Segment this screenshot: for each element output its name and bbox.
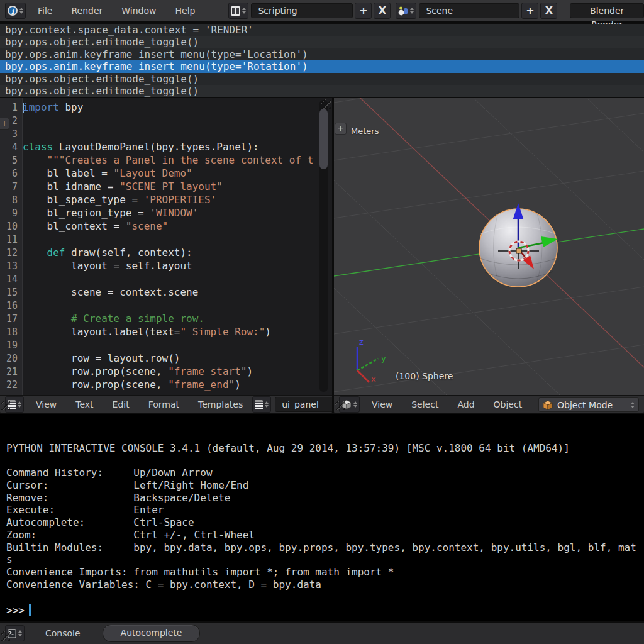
code-line[interactable]: 12 def draw(self, context): xyxy=(0,246,332,259)
arrow-down-icon xyxy=(631,406,635,408)
menu-file[interactable]: File xyxy=(28,6,62,16)
mode-dropdown-label: Object Mode xyxy=(557,400,629,410)
python-console[interactable]: PYTHON INTERACTIVE CONSOLE 3.4.1 (defaul… xyxy=(0,414,644,621)
menu-select[interactable]: Select xyxy=(402,399,448,409)
scene-name-field[interactable]: Scene xyxy=(419,3,519,18)
menu-edit[interactable]: Edit xyxy=(103,399,139,409)
code-token: bl_context = xyxy=(23,220,126,232)
line-number: 13 xyxy=(0,260,23,273)
add-scene-button[interactable]: + xyxy=(521,3,538,19)
log-line[interactable]: bpy.ops.anim.keyframe_insert_menu(type='… xyxy=(0,60,644,72)
delete-scene-button[interactable]: X xyxy=(540,3,557,19)
log-line[interactable]: bpy.ops.anim.keyframe_insert_menu(type='… xyxy=(0,48,644,60)
region-expand-button[interactable]: + xyxy=(335,123,347,135)
code-token: "Layout Demo" xyxy=(114,167,192,179)
screen-layout-name-field[interactable]: Scripting xyxy=(251,3,353,18)
log-line[interactable]: bpy.ops.object.editmode_toggle() xyxy=(0,73,644,85)
gutter-plus-tab[interactable]: + xyxy=(0,118,9,130)
line-number: 11 xyxy=(0,233,23,247)
code-token: ) xyxy=(235,379,241,391)
log-line[interactable]: bpy.context.space_data.context = 'RENDER… xyxy=(0,24,644,36)
code-line[interactable]: 19 xyxy=(0,338,332,352)
code-token: bl_region_type = xyxy=(23,207,150,219)
scene-stepper[interactable] xyxy=(410,8,414,14)
code-token: "SCENE_PT_layout" xyxy=(119,180,223,192)
code-line[interactable]: 1import bpy xyxy=(0,101,332,114)
code-line[interactable]: 18 layout.label(text=" Simple Row:") xyxy=(0,325,332,338)
menu-object[interactable]: Object xyxy=(484,399,532,409)
code-line[interactable]: 20 row = layout.row() xyxy=(0,352,332,365)
line-number: 12 xyxy=(0,247,23,260)
code-token: row.prop(scene, xyxy=(23,379,168,391)
render-engine-dropdown[interactable]: Blender Render xyxy=(570,3,644,18)
area-divider[interactable] xyxy=(332,98,334,413)
console-line: Cursor: Left/Right Home/End xyxy=(6,479,644,492)
menu-add[interactable]: Add xyxy=(448,399,484,409)
editor-type-button-info[interactable]: i xyxy=(5,3,26,19)
screen-layout-stepper[interactable] xyxy=(242,8,246,14)
menu-window[interactable]: Window xyxy=(112,6,165,16)
code-line[interactable]: 7 bl_idname = "SCENE_PT_layout" xyxy=(0,180,332,193)
code-token: bpy xyxy=(59,101,84,113)
console-prompt-row[interactable]: >>> xyxy=(6,604,644,618)
code-line[interactable]: 15 scene = context.scene xyxy=(0,286,332,299)
corner-resize-grip[interactable] xyxy=(1,631,10,641)
arrow-down-icon xyxy=(18,405,21,408)
menu-templates[interactable]: Templates xyxy=(189,399,252,409)
code-line[interactable]: 8 bl_space_type = 'PROPERTIES' xyxy=(0,193,332,206)
delete-screen-button[interactable]: X xyxy=(374,3,391,19)
menu-help[interactable]: Help xyxy=(165,6,204,16)
code-token: import xyxy=(23,101,59,113)
log-line[interactable]: bpy.ops.object.editmode_toggle() xyxy=(0,36,644,48)
menu-console[interactable]: Console xyxy=(37,628,89,638)
corner-resize-grip[interactable] xyxy=(321,99,331,109)
menu-render[interactable]: Render xyxy=(62,6,112,16)
menu-text[interactable]: Text xyxy=(66,399,103,409)
corner-resize-grip[interactable] xyxy=(1,401,10,410)
menu-view[interactable]: View xyxy=(362,399,402,409)
arrow-up-icon xyxy=(18,630,22,633)
code-line[interactable]: 2 xyxy=(0,114,332,127)
scrollbar-thumb[interactable] xyxy=(319,109,328,169)
add-screen-button[interactable]: + xyxy=(355,3,372,19)
console-cursor xyxy=(29,604,31,616)
code-line[interactable]: 13 layout = self.layout xyxy=(0,259,332,272)
menu-view[interactable]: View xyxy=(26,399,66,409)
code-line[interactable]: 3 xyxy=(0,127,332,140)
text-editor-area[interactable]: 1import bpy234class LayoutDemoPanel(bpy.… xyxy=(0,98,332,395)
viewport-3d[interactable]: z y x Meters + (100) Sphere xyxy=(334,98,644,395)
code-line[interactable]: 6 bl_label = "Layout Demo" xyxy=(0,167,332,180)
scene-button[interactable] xyxy=(396,3,416,19)
code-token: 'WINDOW' xyxy=(150,207,198,219)
code-line[interactable]: 9 bl_region_type = 'WINDOW' xyxy=(0,206,332,219)
text-datablock-stepper[interactable] xyxy=(265,401,269,408)
code-token: bl_idname = xyxy=(23,180,119,192)
code-line[interactable]: 21 row.prop(scene, "frame_start") xyxy=(0,365,332,378)
editor-type-stepper[interactable] xyxy=(18,630,22,636)
code-line[interactable]: 5 """Creates a Panel in the scene contex… xyxy=(0,153,332,167)
code-line[interactable]: 17 # Create a simple row. xyxy=(0,312,332,325)
menu-format[interactable]: Format xyxy=(139,399,189,409)
code-line[interactable]: 11 xyxy=(0,233,332,246)
autocomplete-button[interactable]: Autocomplete xyxy=(103,625,201,642)
console-line: Convenience Variables: C = bpy.context, … xyxy=(6,579,644,591)
corner-resize-grip[interactable] xyxy=(335,401,345,410)
line-number: 21 xyxy=(0,365,23,379)
text-datablock-button[interactable] xyxy=(252,396,271,413)
info-header: i FileRenderWindowHelp Scripting + X Sc xyxy=(0,0,644,23)
code-line[interactable]: 22 row.prop(scene, "frame_end") xyxy=(0,378,332,391)
code-line[interactable]: 14 xyxy=(0,272,332,286)
mode-stepper[interactable] xyxy=(631,402,635,408)
code-line[interactable]: 4class LayoutDemoPanel(bpy.types.Panel): xyxy=(0,140,332,153)
blender-window: i FileRenderWindowHelp Scripting + X Sc xyxy=(0,0,644,644)
code-line[interactable]: 16 xyxy=(0,299,332,312)
editor-type-stepper[interactable] xyxy=(18,401,21,408)
mode-dropdown[interactable]: Object Mode xyxy=(538,397,639,412)
code-line[interactable]: 10 bl_context = "scene" xyxy=(0,219,332,233)
screen-layout-button[interactable] xyxy=(228,3,248,19)
editor-type-stepper[interactable] xyxy=(353,401,357,408)
code-token: row = layout.row() xyxy=(23,352,180,364)
log-line[interactable]: bpy.ops.object.editmode_toggle() xyxy=(0,85,644,97)
editor-type-stepper[interactable] xyxy=(19,8,23,14)
editor-scrollbar[interactable] xyxy=(319,100,328,392)
